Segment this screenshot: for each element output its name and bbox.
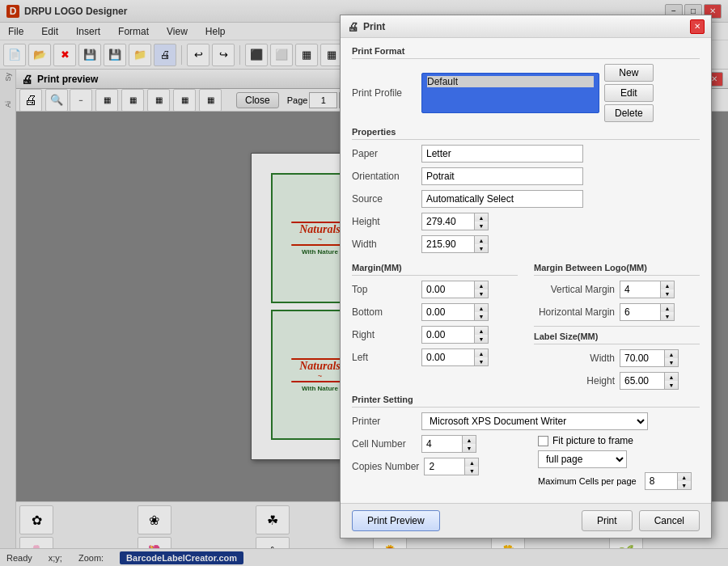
mb-up[interactable]: ▲ bbox=[475, 304, 488, 312]
label-height-row: Height ▲▼ bbox=[534, 372, 700, 390]
new-profile-button[interactable]: New bbox=[604, 64, 654, 82]
hm-up[interactable]: ▲ bbox=[661, 304, 674, 312]
copies-number-label: Copies Number bbox=[352, 461, 419, 472]
mt-up[interactable]: ▲ bbox=[475, 281, 488, 289]
cop-up[interactable]: ▲ bbox=[465, 458, 478, 467]
print-profile-label: Print Profile bbox=[352, 87, 417, 99]
printer-row: Printer Microsoft XPS Document Writer bbox=[352, 412, 700, 430]
cell-number-row: Cell Number ▲▼ bbox=[352, 435, 514, 453]
margin-right-label: Right bbox=[352, 329, 417, 340]
height-row: Height ▲ ▼ bbox=[352, 213, 700, 230]
cancel-button[interactable]: Cancel bbox=[639, 510, 700, 531]
ml-up[interactable]: ▲ bbox=[475, 349, 488, 357]
edit-profile-button[interactable]: Edit bbox=[604, 84, 654, 102]
source-label: Source bbox=[352, 193, 417, 205]
hm-down[interactable]: ▼ bbox=[661, 312, 674, 320]
cn-up[interactable]: ▲ bbox=[463, 436, 476, 444]
width-spinner: ▲ ▼ bbox=[421, 235, 489, 253]
height-input[interactable] bbox=[421, 213, 474, 230]
margin-top-input[interactable] bbox=[421, 281, 474, 298]
vertical-margin-row: Vertical Margin ▲▼ bbox=[534, 281, 700, 298]
dialog-body: Print Format Print Profile Default New E… bbox=[341, 38, 711, 503]
printer-label: Printer bbox=[352, 416, 417, 427]
fit-picture-label: Fit picture to frame bbox=[552, 435, 633, 446]
margin-top-label: Top bbox=[352, 284, 417, 295]
printer-select[interactable]: Microsoft XPS Document Writer bbox=[421, 412, 648, 430]
mt-down[interactable]: ▼ bbox=[475, 289, 488, 298]
copies-number-input[interactable] bbox=[424, 458, 464, 475]
lw-up[interactable]: ▲ bbox=[665, 350, 678, 358]
width-up-button[interactable]: ▲ bbox=[475, 236, 488, 244]
print-action-button[interactable]: Print bbox=[582, 510, 633, 531]
source-row: Source bbox=[352, 190, 700, 208]
copies-number-row: Copies Number ▲▼ bbox=[352, 458, 514, 475]
cell-number-label: Cell Number bbox=[352, 438, 417, 450]
printer-setting-header: Printer Setting bbox=[352, 395, 700, 408]
margin-left-input[interactable] bbox=[421, 348, 474, 366]
orientation-label: Orientation bbox=[352, 171, 417, 182]
dialog-close-button[interactable]: ✕ bbox=[690, 19, 705, 34]
margin-bottom-label: Bottom bbox=[352, 306, 417, 318]
dialog-title-text: Print bbox=[363, 21, 385, 32]
paper-row: Paper bbox=[352, 145, 700, 163]
mc-up[interactable]: ▲ bbox=[678, 473, 691, 481]
cop-down[interactable]: ▼ bbox=[465, 467, 478, 475]
mr-up[interactable]: ▲ bbox=[475, 327, 488, 335]
print-preview-button[interactable]: Print Preview bbox=[352, 510, 440, 531]
label-height-label: Height bbox=[534, 375, 615, 386]
margin-right-row: Right ▲▼ bbox=[352, 326, 518, 344]
mb-down[interactable]: ▼ bbox=[475, 312, 488, 320]
vertical-margin-input[interactable] bbox=[620, 281, 660, 298]
width-down-button[interactable]: ▼ bbox=[475, 244, 488, 252]
margin-section: Margin(MM) Top ▲▼ Bottom ▲▼ bbox=[352, 263, 700, 395]
properties-section: Paper Orientation Source Height bbox=[352, 145, 700, 258]
profile-buttons: New Edit Delete bbox=[604, 64, 654, 122]
cell-number-input[interactable] bbox=[421, 435, 462, 453]
properties-header: Properties bbox=[352, 127, 700, 140]
height-up-button[interactable]: ▲ bbox=[475, 213, 488, 222]
fit-picture-checkbox[interactable] bbox=[538, 436, 548, 446]
lw-down[interactable]: ▼ bbox=[665, 358, 678, 366]
margin-bottom-input[interactable] bbox=[421, 303, 474, 321]
lh-down[interactable]: ▼ bbox=[665, 381, 678, 389]
max-cells-row: Maximum Cells per page ▲▼ bbox=[538, 472, 700, 490]
label-width-input[interactable] bbox=[620, 349, 664, 367]
cn-down[interactable]: ▼ bbox=[463, 444, 476, 452]
print-profile-select[interactable]: Default bbox=[421, 73, 599, 113]
margin-col: Margin(MM) Top ▲▼ Bottom ▲▼ bbox=[352, 263, 518, 395]
source-input[interactable] bbox=[421, 190, 583, 208]
margin-bottom-row: Bottom ▲▼ bbox=[352, 303, 518, 321]
orientation-input[interactable] bbox=[421, 167, 583, 185]
max-cells-label: Maximum Cells per page bbox=[538, 476, 637, 486]
height-label: Height bbox=[352, 216, 417, 227]
width-input[interactable] bbox=[421, 235, 474, 253]
vm-up[interactable]: ▲ bbox=[661, 281, 674, 289]
fit-page-col: Fit picture to frame full page Maximum C… bbox=[538, 435, 700, 495]
dialog-overlay: 🖨 Print ✕ Print Format Print Profile Def… bbox=[0, 0, 728, 566]
margin-between-header: Margin Between Logo(MM) bbox=[534, 263, 700, 276]
print-dialog: 🖨 Print ✕ Print Format Print Profile Def… bbox=[340, 15, 712, 539]
width-label: Width bbox=[352, 239, 417, 250]
height-down-button[interactable]: ▼ bbox=[475, 222, 488, 230]
mr-down[interactable]: ▼ bbox=[475, 335, 488, 343]
dialog-titlebar: 🖨 Print ✕ bbox=[341, 15, 711, 38]
fit-picture-row: Fit picture to frame bbox=[538, 435, 700, 446]
delete-profile-button[interactable]: Delete bbox=[604, 104, 654, 122]
horizontal-margin-input[interactable] bbox=[620, 303, 660, 321]
margin-right-input[interactable] bbox=[421, 326, 474, 344]
horizontal-margin-row: Horizontal Margin ▲▼ bbox=[534, 303, 700, 321]
label-height-input[interactable] bbox=[620, 372, 664, 390]
paper-props: Paper Orientation Source Height bbox=[352, 145, 700, 258]
print-profile-row: Print Profile Default New Edit Delete bbox=[352, 64, 700, 122]
ml-down[interactable]: ▼ bbox=[475, 357, 488, 365]
dialog-print-icon: 🖨 bbox=[347, 20, 358, 33]
max-cells-input[interactable] bbox=[645, 472, 677, 490]
print-format-header: Print Format bbox=[352, 46, 700, 59]
mc-down[interactable]: ▼ bbox=[678, 481, 691, 489]
cell-copies-col: Cell Number ▲▼ Copies Number ▲▼ bbox=[352, 435, 514, 495]
vm-down[interactable]: ▼ bbox=[661, 289, 674, 298]
lh-up[interactable]: ▲ bbox=[665, 373, 678, 381]
label-width-row: Width ▲▼ bbox=[534, 349, 700, 367]
paper-input[interactable] bbox=[421, 145, 583, 163]
page-type-select[interactable]: full page bbox=[538, 450, 627, 468]
